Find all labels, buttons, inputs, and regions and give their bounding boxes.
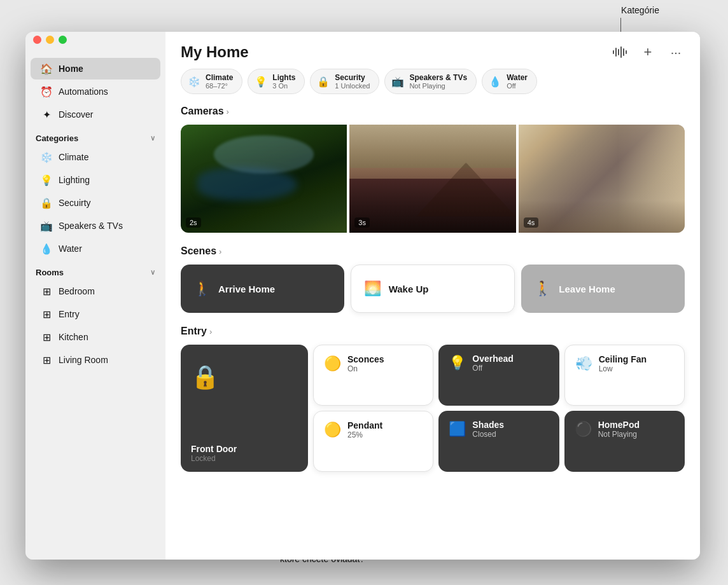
device-overhead[interactable]: 💡 Overhead Off [438,345,559,406]
chip-speakers-value: Not Playing [409,82,467,90]
main-header: My Home + ··· [165,32,700,69]
chip-speakers[interactable]: 📺 Speakers & TVs Not Playing [384,69,477,94]
chip-water-label: Water [507,73,528,82]
sidebar-item-living-room[interactable]: ⊞ Living Room [31,349,160,371]
sidebar-item-discover[interactable]: ✦ Discover [31,104,160,125]
sidebar-label-kitchen: Kitchen [59,332,88,342]
sidebar-label-discover: Discover [59,109,93,120]
sidebar-item-lighting[interactable]: 💡 Lighting [31,169,160,191]
categories-label: Categories [36,134,78,143]
chip-speakers-label: Speakers & TVs [409,73,467,82]
climate-icon: ❄️ [41,151,52,163]
sidebar-label-home: Home [59,64,83,74]
annotation-categories: Kategórie [621,5,659,15]
chip-water[interactable]: 💧 Water Off [482,69,537,94]
sidebar-label-water: Water [59,244,82,254]
more-button[interactable]: ··· [667,43,685,61]
chip-security-label: Security [335,73,370,82]
scene-leave-home-label: Leave Home [559,284,615,294]
device-sconces[interactable]: 🟡 Sconces On [313,345,433,406]
camera-3-label: 4s [524,217,539,228]
close-button[interactable] [33,36,41,44]
categories-chevron: ∨ [150,134,155,142]
cameras-title: Cameras [181,106,224,117]
chip-security[interactable]: 🔒 Security 1 Unlocked [310,69,379,94]
scenes-title: Scenes [181,245,216,257]
cameras-section-header: Cameras › [181,106,685,117]
sconces-name: Sconces [347,354,384,364]
rooms-chevron: ∨ [150,268,155,277]
kitchen-icon: ⊞ [41,331,52,343]
water-icon: 💧 [41,243,52,254]
page-title: My Home [181,43,249,61]
discover-icon: ✦ [41,109,52,120]
sidebar-item-water[interactable]: 💧 Water [31,238,160,259]
homepod-name: HomePod [598,420,640,430]
chip-lights-value: 3 On [272,82,295,90]
sidebar-item-home[interactable]: 🏠 Home [31,58,160,79]
chip-climate-icon: ❄️ [188,76,200,88]
sconces-status: On [347,364,384,373]
add-button[interactable]: + [639,43,657,61]
device-pendant[interactable]: 🟡 Pendant 25% [313,411,433,472]
automations-icon: ⏰ [41,86,52,97]
sidebar-item-speakers[interactable]: 📺 Speakers & TVs [31,215,160,237]
maximize-button[interactable] [59,36,67,44]
sidebar-label-climate: Climate [59,152,88,162]
camera-2[interactable]: 3s [349,125,515,233]
sidebar-item-climate[interactable]: ❄️ Climate [31,146,160,168]
living-room-icon: ⊞ [41,354,52,366]
waveform-button[interactable] [611,43,629,61]
scene-wake-up-label: Wake Up [389,284,429,294]
arrive-home-icon: 🚶 [193,280,211,297]
chip-water-icon: 💧 [489,76,501,88]
ceiling-fan-icon: 💨 [575,355,592,372]
chip-lights-icon: 💡 [255,76,267,88]
svg-rect-0 [613,50,614,54]
pendant-status: 25% [347,430,382,439]
leave-home-icon: 🚶 [534,280,551,297]
sidebar-label-lighting: Lighting [59,175,90,185]
chip-climate[interactable]: ❄️ Climate 68–72° [181,69,242,94]
svg-rect-5 [626,50,627,54]
header-actions: + ··· [611,43,685,61]
device-homepod[interactable]: ⚫ HomePod Not Playing [564,411,685,472]
chip-climate-label: Climate [206,73,233,82]
entry-grid: 🔒 Front Door Locked 🟡 Sconces On [181,345,685,472]
svg-rect-1 [615,48,617,57]
sidebar-item-automations[interactable]: ⏰ Automations [31,81,160,102]
chip-lights-label: Lights [272,73,295,82]
speakers-icon: 📺 [41,220,52,231]
cameras-grid: 2s 3s 4s [181,125,685,233]
categories-section-header[interactable]: Categories ∨ [25,126,165,146]
scene-wake-up[interactable]: 🌅 Wake Up [351,265,515,313]
shades-status: Closed [472,430,504,439]
camera-3[interactable]: 4s [519,125,685,233]
device-front-door[interactable]: 🔒 Front Door Locked [181,345,308,472]
device-ceiling-fan[interactable]: 💨 Ceiling Fan Low [564,345,685,406]
sidebar-item-entry[interactable]: ⊞ Entry [31,303,160,325]
scene-arrive-home-label: Arrive Home [218,284,275,294]
sidebar-item-security[interactable]: 🔒 Secuirty [31,192,160,214]
rooms-section-header[interactable]: Rooms ∨ [25,260,165,280]
svg-rect-2 [618,49,619,55]
app-window: 🏠 Home ⏰ Automations ✦ Discover Categori… [25,32,700,560]
entry-icon: ⊞ [41,308,52,320]
shades-icon: 🟦 [449,421,466,437]
device-shades[interactable]: 🟦 Shades Closed [438,411,559,472]
shades-name: Shades [472,420,504,430]
minimize-button[interactable] [46,36,54,44]
sidebar-label-security: Secuirty [59,198,91,208]
sidebar-item-kitchen[interactable]: ⊞ Kitchen [31,326,160,348]
scene-leave-home[interactable]: 🚶 Leave Home [521,265,685,313]
entry-section-header: Entry › [181,326,685,337]
scene-arrive-home[interactable]: 🚶 Arrive Home [181,265,344,313]
chip-security-value: 1 Unlocked [335,82,370,90]
overhead-icon: 💡 [449,355,466,371]
chip-lights[interactable]: 💡 Lights 3 On [248,69,305,94]
main-content: My Home + ··· ❄️ [165,32,700,560]
sidebar-label-speakers: Speakers & TVs [59,221,123,231]
sidebar-item-bedroom[interactable]: ⊞ Bedroom [31,280,160,302]
front-door-name: Front Door [191,444,237,454]
camera-1[interactable]: 2s [181,125,347,233]
